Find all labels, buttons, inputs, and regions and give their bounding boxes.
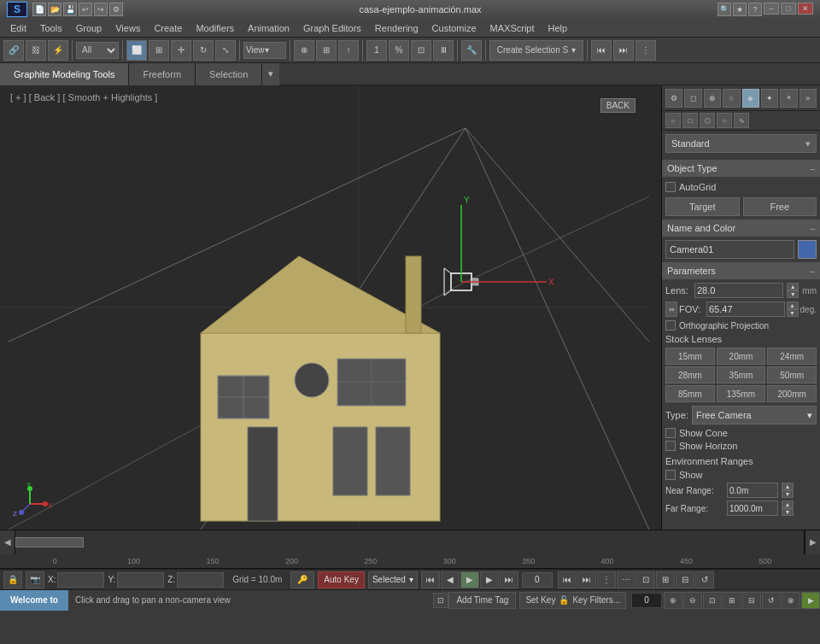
tb-playback1[interactable]: ⏮ [591, 40, 612, 61]
panel-sub-icon2[interactable]: □ [682, 113, 698, 128]
tb-btn8[interactable]: 🔧 [461, 40, 482, 61]
status-icon2[interactable]: 📷 [26, 571, 44, 588]
menu-modifiers[interactable]: Modifiers [189, 21, 241, 35]
lens-24[interactable]: 24mm [767, 348, 817, 365]
fov-up[interactable]: ▲ [787, 302, 799, 309]
play-goto-end[interactable]: ⏭ [500, 571, 518, 588]
frame-counter[interactable] [522, 572, 553, 588]
fov-down[interactable]: ▼ [787, 309, 799, 317]
play-prev-frame[interactable]: ◀ [441, 571, 460, 588]
far-range-input[interactable] [727, 501, 778, 516]
panel-icon-settings[interactable]: ⚙ [665, 89, 682, 108]
lens-20[interactable]: 20mm [717, 348, 766, 365]
extra-btn5[interactable]: ⊡ [636, 571, 655, 588]
extra-btn3[interactable]: ⋮ [597, 571, 616, 588]
panel-icon-misc[interactable]: ⌖ [780, 89, 797, 108]
menu-tools[interactable]: Tools [33, 21, 69, 35]
key-filters-btn[interactable]: Set Key 🔓 Key Filters... [519, 592, 626, 609]
far-up[interactable]: ▲ [782, 501, 794, 508]
menu-views[interactable]: Views [108, 21, 147, 35]
viewport[interactable]: [ + ] [ Back ] [ Smooth + Highlights ] B… [0, 85, 662, 530]
panel-icon-display[interactable]: ◻ [684, 89, 701, 108]
menu-group[interactable]: Group [69, 21, 109, 35]
tb-playback2[interactable]: ⏭ [613, 40, 634, 61]
name-color-collapse[interactable]: – [810, 224, 815, 233]
rb6[interactable]: ↺ [762, 592, 781, 609]
play-play[interactable]: ▶ [460, 571, 479, 588]
extra-btn8[interactable]: ↺ [695, 571, 714, 588]
close-btn[interactable]: ✕ [798, 3, 813, 15]
target-btn[interactable]: Target [665, 197, 740, 216]
link-btn[interactable]: 🔗 [3, 40, 24, 61]
near-range-input[interactable] [727, 483, 778, 498]
object-type-collapse[interactable]: – [810, 164, 815, 173]
open-btn[interactable]: 📂 [48, 3, 62, 16]
timeline-slider[interactable] [15, 537, 84, 547]
status-icon1[interactable]: 🔒 [3, 571, 22, 588]
panel-sub-icon1[interactable]: ○ [665, 113, 681, 128]
free-btn[interactable]: Free [743, 197, 817, 216]
lens-85[interactable]: 85mm [665, 385, 715, 402]
menu-create[interactable]: Create [147, 21, 189, 35]
save-btn[interactable]: 💾 [63, 3, 77, 16]
type-dropdown[interactable]: Free Camera ▾ [692, 406, 817, 424]
rb8[interactable]: ▶ [801, 592, 820, 609]
view-dropdown[interactable]: View▾ [243, 42, 286, 59]
bookmark-btn[interactable]: ★ [733, 3, 747, 16]
rb7[interactable]: ⊗ [782, 592, 800, 609]
misc-btn[interactable]: ⚙ [109, 3, 123, 16]
lens-50[interactable]: 50mm [767, 366, 817, 383]
unlink-btn[interactable]: ⛓ [26, 40, 46, 61]
tab-graphite[interactable]: Graphite Modeling Tools [0, 63, 129, 85]
x-input[interactable] [57, 572, 104, 588]
parameters-collapse[interactable]: – [810, 266, 815, 276]
extra-btn1[interactable]: ⏮ [558, 571, 577, 588]
play-next-frame[interactable]: ▶ [480, 571, 499, 588]
minimize-btn[interactable]: – [764, 3, 779, 15]
color-swatch[interactable] [798, 240, 817, 259]
lens-up[interactable]: ▲ [787, 283, 799, 290]
name-color-header[interactable]: Name and Color – [662, 220, 820, 237]
env-show-checkbox[interactable] [665, 470, 676, 480]
extra-btn2[interactable]: ⏭ [577, 571, 596, 588]
tb-btn3[interactable]: ↑ [338, 40, 359, 61]
select-btn[interactable]: ⬜ [126, 40, 147, 61]
autogrid-checkbox[interactable] [665, 182, 676, 192]
redo-btn[interactable]: ↪ [94, 3, 108, 16]
near-up[interactable]: ▲ [782, 483, 794, 490]
rb2[interactable]: ⊖ [683, 592, 702, 609]
scale-btn[interactable]: ⤡ [215, 40, 236, 61]
undo-btn[interactable]: ↩ [79, 3, 92, 16]
parameters-header[interactable]: Parameters – [662, 262, 820, 279]
rotate-btn[interactable]: ↻ [193, 40, 214, 61]
lens-15[interactable]: 15mm [665, 348, 715, 365]
snap-btn[interactable]: ⊡ [433, 593, 448, 608]
object-type-header[interactable]: Object Type – [662, 160, 820, 177]
search-btn[interactable]: 🔍 [718, 3, 731, 16]
z-input[interactable] [177, 572, 224, 588]
extra-btn4[interactable]: ⋯ [617, 571, 636, 588]
rb3[interactable]: ⊡ [703, 592, 722, 609]
show-horizon-checkbox[interactable] [665, 441, 676, 451]
subtab-arrow[interactable]: ▾ [262, 63, 279, 85]
panel-icon-create[interactable]: ✦ [761, 89, 778, 108]
lens-input[interactable] [694, 283, 783, 298]
menu-animation[interactable]: Animation [241, 21, 296, 35]
fov-input[interactable] [706, 302, 785, 317]
lens-135[interactable]: 135mm [717, 385, 766, 402]
near-down[interactable]: ▼ [782, 490, 794, 498]
far-down[interactable]: ▼ [782, 508, 794, 516]
rb4[interactable]: ⊞ [723, 592, 741, 609]
extra-btn7[interactable]: ⊟ [676, 571, 694, 588]
panel-icon-motion[interactable]: ○ [723, 89, 740, 108]
extra-btn6[interactable]: ⊞ [656, 571, 675, 588]
timeline-left-arrow[interactable]: ◀ [0, 530, 15, 554]
lock-btn[interactable]: 🔑 [290, 571, 314, 588]
tb-btn1[interactable]: ⊕ [294, 40, 314, 61]
menu-rendering[interactable]: Rendering [368, 21, 425, 35]
panel-sub-icon4[interactable]: ○ [717, 113, 732, 128]
rb1[interactable]: ⊕ [664, 592, 682, 609]
add-time-tag-btn[interactable]: Add Time Tag [448, 592, 516, 609]
tb-btn4[interactable]: 1 [366, 40, 387, 61]
timeline-right-arrow[interactable]: ▶ [805, 530, 820, 554]
